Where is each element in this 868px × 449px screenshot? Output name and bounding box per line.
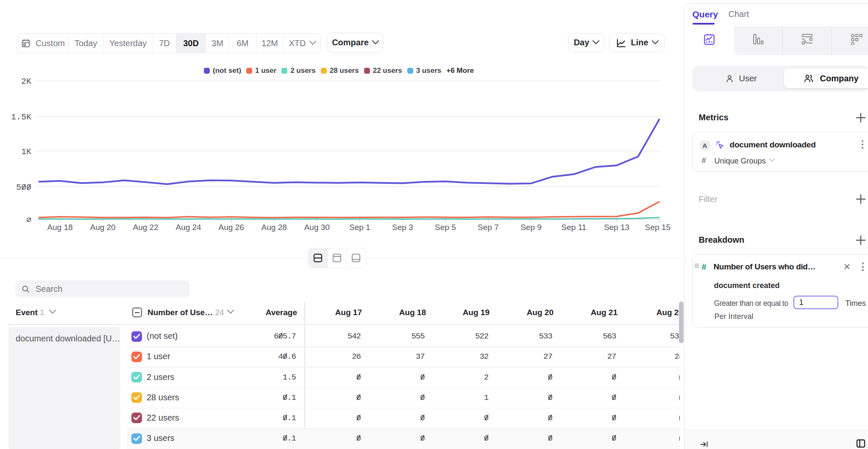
- svg-text:1.5K: 1.5K: [11, 112, 31, 122]
- svg-text:Sep 13: Sep 13: [604, 223, 629, 232]
- svg-text:Sep 1: Sep 1: [349, 223, 370, 232]
- svg-text:Aug 20: Aug 20: [90, 223, 115, 232]
- svg-text:Aug 24: Aug 24: [175, 223, 201, 232]
- svg-text:Aug 18: Aug 18: [47, 223, 72, 232]
- svg-text:Sep 15: Sep 15: [645, 223, 670, 232]
- svg-text:Aug 26: Aug 26: [219, 223, 244, 232]
- svg-text:∅: ∅: [26, 215, 31, 225]
- svg-text:Sep 11: Sep 11: [562, 223, 587, 232]
- svg-text:1K: 1K: [21, 147, 31, 157]
- svg-text:Sep 7: Sep 7: [478, 223, 499, 232]
- svg-text:Sep 5: Sep 5: [435, 223, 456, 232]
- svg-text:Sep 3: Sep 3: [392, 223, 413, 232]
- svg-text:Sep 9: Sep 9: [520, 223, 542, 232]
- svg-text:2K: 2K: [21, 77, 31, 86]
- svg-text:Aug 22: Aug 22: [133, 223, 158, 232]
- svg-text:Aug 30: Aug 30: [304, 223, 330, 232]
- svg-text:Aug 28: Aug 28: [262, 223, 287, 232]
